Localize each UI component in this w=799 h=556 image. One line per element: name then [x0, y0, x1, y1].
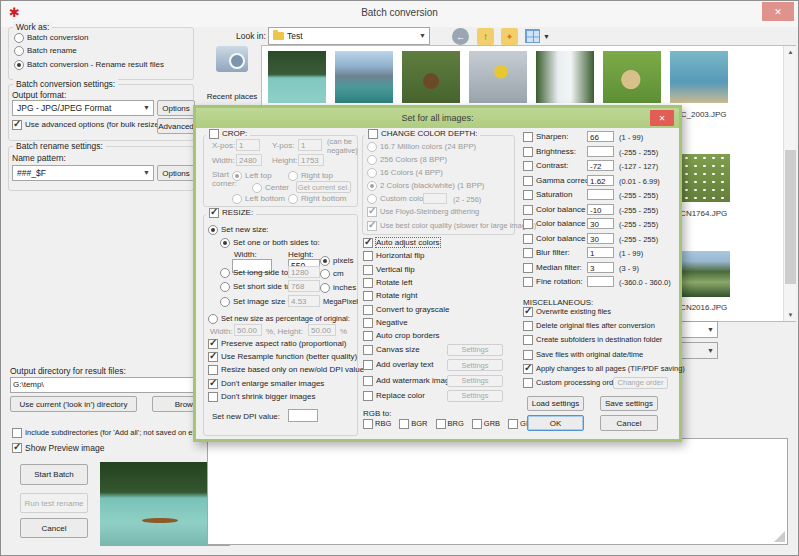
- checkbox-convert-to-grayscale[interactable]: [363, 305, 373, 315]
- dog-on-grass-photo[interactable]: [603, 51, 661, 103]
- run-test-rename-button[interactable]: Run test rename: [20, 493, 88, 513]
- start-batch-button[interactable]: Start Batch: [20, 464, 88, 485]
- scroll-up-icon[interactable]: ▲: [784, 46, 797, 58]
- crop-height-input[interactable]: 1753: [298, 154, 324, 166]
- percentage-radio[interactable]: [208, 314, 218, 324]
- radio-pixels[interactable]: [320, 256, 330, 266]
- checkbox-rotate-left[interactable]: [363, 278, 373, 288]
- save-settings-button[interactable]: Save settings: [600, 396, 658, 411]
- checkbox-create-subfolders-in-destination-folder[interactable]: [523, 335, 533, 345]
- radio-batch-conversion-rename-result-files[interactable]: [14, 60, 24, 70]
- selected-files-list[interactable]: [207, 438, 788, 545]
- input-custom-colors[interactable]: [423, 193, 447, 204]
- right-bottom-radio[interactable]: [288, 194, 298, 204]
- look-in-select[interactable]: Test ▼: [268, 27, 430, 45]
- checkbox-auto-adjust-colors[interactable]: [363, 238, 373, 248]
- checkbox-negative[interactable]: [363, 318, 373, 328]
- checkbox-color-balance-g[interactable]: [523, 219, 533, 229]
- input-color-balance-g[interactable]: 30: [587, 218, 614, 229]
- input-median-filter[interactable]: 3: [587, 262, 614, 273]
- show-preview-checkbox[interactable]: [12, 443, 22, 453]
- crop-width-input[interactable]: 2480: [236, 154, 262, 166]
- ok-button[interactable]: OK: [527, 415, 584, 431]
- waterfall-photo[interactable]: [536, 51, 594, 103]
- checkbox-rotate-right[interactable]: [363, 291, 373, 301]
- pct-width-input[interactable]: 50.00: [234, 324, 262, 336]
- left-bottom-radio[interactable]: [232, 194, 242, 204]
- checkbox-color-balance-b[interactable]: [523, 234, 533, 244]
- change-color-depth-checkbox[interactable]: [368, 129, 378, 139]
- radio-cm[interactable]: [320, 269, 330, 279]
- main-cancel-button[interactable]: Cancel: [20, 518, 88, 538]
- view-menu-icon[interactable]: [525, 29, 540, 43]
- set-long-side-radio[interactable]: [220, 268, 230, 278]
- checkbox-sharpen[interactable]: [523, 132, 533, 142]
- dialog-cancel-button[interactable]: Cancel: [600, 415, 658, 431]
- checkbox-preserve-aspect-ratio-proportional[interactable]: [208, 339, 218, 349]
- radio-batch-rename[interactable]: [14, 46, 24, 56]
- file-list-scrollbar[interactable]: ▲ ▼: [783, 46, 796, 321]
- view-menu-chevron-icon[interactable]: ▼: [543, 33, 550, 40]
- checkbox-apply-changes-to-all-pages-tif-pdf-saving[interactable]: [523, 364, 533, 374]
- right-top-radio[interactable]: [288, 171, 298, 181]
- checkbox-vertical-flip[interactable]: [363, 265, 373, 275]
- set-dpi-input[interactable]: [288, 409, 318, 422]
- lake-canoe-photo[interactable]: [268, 51, 326, 103]
- checkbox-replace-color[interactable]: [363, 391, 373, 401]
- load-settings-button[interactable]: Load settings: [527, 396, 584, 411]
- input-contrast[interactable]: -72: [587, 160, 614, 171]
- set-new-size-radio[interactable]: [208, 225, 218, 235]
- get-current-selection-button[interactable]: Get current sel.: [296, 181, 351, 193]
- mountain-lake-photo[interactable]: [335, 51, 393, 103]
- button-change-order-custom-processing-order[interactable]: Change order: [613, 377, 668, 389]
- use-advanced-options-checkbox[interactable]: [12, 120, 22, 130]
- checkbox-fine-rotation[interactable]: [523, 277, 533, 287]
- one-or-both-sides-radio[interactable]: [220, 238, 230, 248]
- crop-checkbox[interactable]: [209, 129, 219, 139]
- button-settings-canvas-size[interactable]: Settings: [447, 344, 503, 356]
- scroll-down-icon[interactable]: ▼: [784, 309, 797, 321]
- resize-checkbox[interactable]: [209, 208, 219, 218]
- checkbox-delete-original-files-after-conversion[interactable]: [523, 321, 533, 331]
- button-settings-add-overlay-text[interactable]: Settings: [447, 359, 503, 371]
- beach-lake-photo[interactable]: [670, 51, 728, 103]
- checkbox-canvas-size[interactable]: [363, 345, 373, 355]
- button-settings-add-watermark-image[interactable]: Settings: [447, 375, 503, 387]
- checkbox-brightness[interactable]: [523, 147, 533, 157]
- checkbox-gamma-correction[interactable]: [523, 176, 533, 186]
- checkbox-bgr[interactable]: [399, 419, 409, 429]
- checkbox-save-files-with-original-date-time[interactable]: [523, 350, 533, 360]
- input-blur-filter[interactable]: 1: [587, 247, 614, 258]
- radio-batch-conversion[interactable]: [14, 33, 24, 43]
- input-fine-rotation[interactable]: [587, 276, 614, 287]
- checkbox-don-t-enlarge-smaller-images[interactable]: [208, 379, 218, 389]
- checkbox-resize-based-only-on-new-old-dpi-value[interactable]: [208, 365, 218, 375]
- advanced-button[interactable]: Advanced: [157, 118, 195, 134]
- checkbox-contrast[interactable]: [523, 161, 533, 171]
- window-close-button[interactable]: ✕: [762, 2, 794, 21]
- checkbox-use-resample-function-better-quality[interactable]: [208, 352, 218, 362]
- center-radio[interactable]: [252, 183, 262, 193]
- rename-options-button[interactable]: Options: [157, 165, 195, 181]
- checkbox-brg[interactable]: [436, 419, 446, 429]
- set-image-size-radio[interactable]: [220, 297, 230, 307]
- recent-places-icon[interactable]: [216, 46, 248, 72]
- checkbox-color-balance-r[interactable]: [523, 205, 533, 215]
- include-subdirectories-checkbox[interactable]: [12, 428, 22, 438]
- checkbox-horizontal-flip[interactable]: [363, 251, 373, 261]
- scrollbar-thumb[interactable]: [785, 150, 796, 284]
- new-folder-icon[interactable]: ✦: [501, 28, 518, 45]
- input-brightness[interactable]: [587, 146, 614, 157]
- radio-inches[interactable]: [320, 283, 330, 293]
- elk-in-forest-photo[interactable]: [402, 51, 460, 103]
- left-top-radio[interactable]: [232, 171, 242, 181]
- up-one-level-icon[interactable]: ↑: [477, 28, 494, 45]
- checkbox-blur-filter[interactable]: [523, 248, 533, 258]
- checkbox-rbg[interactable]: [363, 419, 373, 429]
- checkbox-add-overlay-text[interactable]: [363, 360, 373, 370]
- checkbox-grb[interactable]: [472, 419, 482, 429]
- format-options-button[interactable]: Options: [157, 100, 195, 116]
- checkbox-overwrite-existing-files[interactable]: [523, 307, 533, 317]
- use-current-directory-button[interactable]: Use current ('look in') directory: [10, 396, 137, 412]
- short-side-input[interactable]: 768: [288, 280, 320, 292]
